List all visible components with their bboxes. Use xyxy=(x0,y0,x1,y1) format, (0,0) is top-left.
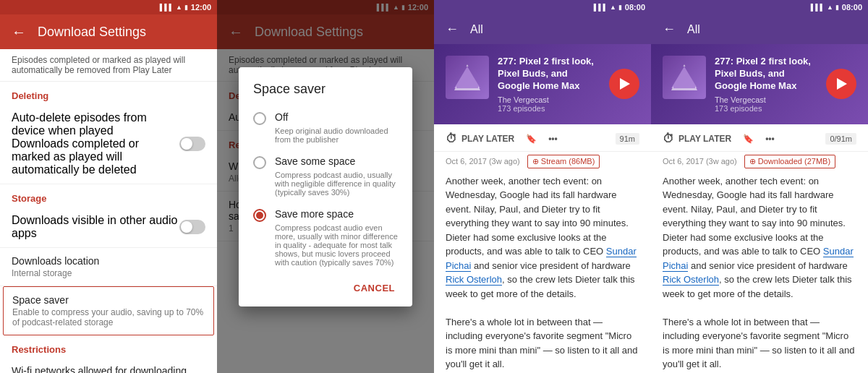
stream-badge-3[interactable]: ⊕ Stream (86MB) xyxy=(527,155,600,168)
panel-1-download-settings: ▌▌▌ ▲ ▮ 12:00 ← Download Settings Episod… xyxy=(0,0,217,373)
podcast-header-4: ← All xyxy=(651,14,868,44)
episode-meta-row-4: Oct 6, 2017 (3w ago) ⊕ Downloaded (27MB) xyxy=(651,152,868,171)
radio-off-label: Off xyxy=(275,111,288,123)
auto-delete-item-1[interactable]: Auto-delete episodes from device when pl… xyxy=(0,104,217,184)
episode-count-4: 173 episodes xyxy=(715,104,817,113)
auto-delete-label-1: Auto-delete episodes from device when pl… xyxy=(12,111,179,137)
radio-more-circle[interactable] xyxy=(253,209,266,222)
downloads-location-desc-1: Internal storage xyxy=(12,268,205,278)
radio-off-circle[interactable] xyxy=(253,112,266,125)
settings-title-1: Download Settings xyxy=(38,25,146,40)
more-button-4[interactable]: ••• xyxy=(765,134,775,144)
episode-count-3: 173 episodes xyxy=(498,104,600,113)
settings-content-1: Episodes completed or marked as played w… xyxy=(0,49,217,373)
play-later-label-4: PLAY LATER xyxy=(678,134,731,144)
radio-option-some[interactable]: Save some space Compress podcast audio, … xyxy=(239,150,412,202)
podcast-status-icons-3: ▌▌▌ ▲ ▮ xyxy=(594,4,622,11)
more-button-3[interactable]: ••• xyxy=(548,134,558,144)
modal-actions: CANCEL xyxy=(239,273,412,301)
signal-icon: ▌▌▌ xyxy=(160,4,174,11)
space-saver-label-1: Space saver xyxy=(12,294,205,306)
top-note-1: Episodes completed or marked as played w… xyxy=(0,49,217,82)
radio-more-label: Save more space xyxy=(275,208,354,220)
status-icons-1: ▌▌▌ ▲ ▮ xyxy=(160,4,188,11)
radio-option-more[interactable]: Save more space Compress podcast audio e… xyxy=(239,202,412,273)
episode-body-3: Another week, another tech event: on Wed… xyxy=(434,171,651,373)
modal-overlay[interactable]: Space saver Off Keep original audio down… xyxy=(217,0,434,373)
radio-more-desc: Compress podcast audio even more, usuall… xyxy=(275,223,398,267)
podcast-nav-title-4: All xyxy=(687,23,700,36)
bookmark-button-4[interactable]: 🔖 xyxy=(743,134,754,144)
wifi-icon-4: ▲ xyxy=(827,4,833,11)
podcast-status-icons-4: ▌▌▌ ▲ ▮ xyxy=(811,4,839,11)
auto-delete-toggle-1[interactable] xyxy=(179,137,205,151)
modal-cancel-button[interactable]: CANCEL xyxy=(348,278,401,298)
play-later-label-3: PLAY LATER xyxy=(461,134,514,144)
play-icon-4 xyxy=(837,78,847,90)
podcast-status-bar-3: ▌▌▌ ▲ ▮ 08:00 xyxy=(434,0,651,14)
panel-4-podcast-downloaded: ▌▌▌ ▲ ▮ 08:00 ← All 277: Pixel 2 first l… xyxy=(651,0,868,373)
section-deleting-1: Deleting xyxy=(0,82,217,104)
panel-3-podcast: ▌▌▌ ▲ ▮ 08:00 ← All 277: Pixel 2 first l… xyxy=(434,0,651,373)
section-restrictions-1: Restrictions xyxy=(0,335,217,358)
podcast-back-button-4[interactable]: ← xyxy=(663,22,676,37)
play-later-button-3[interactable]: ⏱ PLAY LATER xyxy=(446,132,514,145)
radio-off-desc: Keep original audio downloaded from the … xyxy=(275,127,398,144)
episode-title-4: 277: Pixel 2 first look, Pixel Buds, and… xyxy=(715,56,817,93)
episode-text2-4: There's a whole lot in between that — in… xyxy=(663,315,856,372)
episode-meta-3: Oct 6, 2017 (3w ago) xyxy=(446,157,520,166)
back-button-1[interactable]: ← xyxy=(12,24,26,40)
visible-other-apps-label-1: Downloads visible in other audio apps xyxy=(12,214,179,240)
play-later-icon-4: ⏱ xyxy=(663,132,674,145)
podcast-header-3: ← All xyxy=(434,14,651,44)
wifi-icon-3: ▲ xyxy=(610,4,616,11)
space-saver-item-1[interactable]: Space saver Enable to compress your audi… xyxy=(3,286,214,335)
wifi-networks-label-1: Wi-fi networks allowed for downloading xyxy=(12,365,205,373)
radio-some-circle[interactable] xyxy=(253,156,266,169)
visible-other-apps-toggle-1[interactable] xyxy=(179,220,205,234)
play-icon-3 xyxy=(620,78,630,90)
sundar-link-4[interactable]: Sundar Pichai xyxy=(663,246,854,272)
status-bar-1: ▌▌▌ ▲ ▮ 12:00 xyxy=(0,0,217,14)
episode-meta-row-3: Oct 6, 2017 (3w ago) ⊕ Stream (86MB) xyxy=(434,152,651,171)
show-name-4: The Vergecast xyxy=(715,95,817,104)
section-storage-1: Storage xyxy=(0,184,217,207)
battery-icon-3: ▮ xyxy=(618,4,622,11)
space-saver-desc-1: Enable to compress your audio, saving up… xyxy=(12,307,205,327)
episode-meta-4: Oct 6, 2017 (3w ago) xyxy=(663,157,737,166)
downloads-location-item-1[interactable]: Downloads location Internal storage xyxy=(0,248,217,286)
rick-link-3[interactable]: Rick Osterloh xyxy=(446,274,502,286)
verge-triangle-icon-4 xyxy=(671,67,697,88)
signal-icon-4: ▌▌▌ xyxy=(811,4,825,11)
wifi-networks-item-1[interactable]: Wi-fi networks allowed for downloading A… xyxy=(0,358,217,373)
episode-text2-3: There's a whole lot in between that — in… xyxy=(446,315,639,372)
play-later-button-4[interactable]: ⏱ PLAY LATER xyxy=(663,132,731,145)
radio-option-off[interactable]: Off Keep original audio downloaded from … xyxy=(239,106,412,150)
play-button-3[interactable] xyxy=(609,69,639,99)
podcast-actions-4: ⏱ PLAY LATER 🔖 ••• 0/91m xyxy=(651,127,868,152)
podcast-info-3: 277: Pixel 2 first look, Pixel Buds, and… xyxy=(498,56,600,113)
episode-text-3: Another week, another tech event: on Wed… xyxy=(446,174,639,301)
downloads-location-label-1: Downloads location xyxy=(12,255,205,267)
episode-body-4: Another week, another tech event: on Wed… xyxy=(651,171,868,373)
podcast-info-4: 277: Pixel 2 first look, Pixel Buds, and… xyxy=(715,56,817,113)
rick-link-4[interactable]: Rick Osterloh xyxy=(663,274,719,286)
auto-delete-desc-1: Downloads completed or marked as played … xyxy=(12,137,179,176)
podcast-actions-3: ⏱ PLAY LATER 🔖 ••• 91m xyxy=(434,127,651,152)
podcast-status-time-3: 08:00 xyxy=(625,3,645,12)
podcast-back-button-3[interactable]: ← xyxy=(446,22,459,37)
downloaded-badge-4[interactable]: ⊕ Downloaded (27MB) xyxy=(744,155,835,168)
verge-triangle-icon-3 xyxy=(454,67,480,88)
visible-other-apps-item-1[interactable]: Downloads visible in other audio apps xyxy=(0,207,217,248)
sundar-link-3[interactable]: Sundar Pichai xyxy=(446,246,637,272)
episode-text-4: Another week, another tech event: on Wed… xyxy=(663,174,856,301)
play-button-4[interactable] xyxy=(826,69,856,99)
duration-badge-4: 0/91m xyxy=(825,133,856,145)
space-saver-dialog: Space saver Off Keep original audio down… xyxy=(239,67,412,306)
podcast-logo-4 xyxy=(663,56,706,99)
show-name-3: The Vergecast xyxy=(498,95,600,104)
bookmark-button-3[interactable]: 🔖 xyxy=(526,134,537,144)
radio-some-desc: Compress podcast audio, usually with neg… xyxy=(275,171,398,197)
settings-header-1: ← Download Settings xyxy=(0,14,217,49)
podcast-status-bar-4: ▌▌▌ ▲ ▮ 08:00 xyxy=(651,0,868,14)
